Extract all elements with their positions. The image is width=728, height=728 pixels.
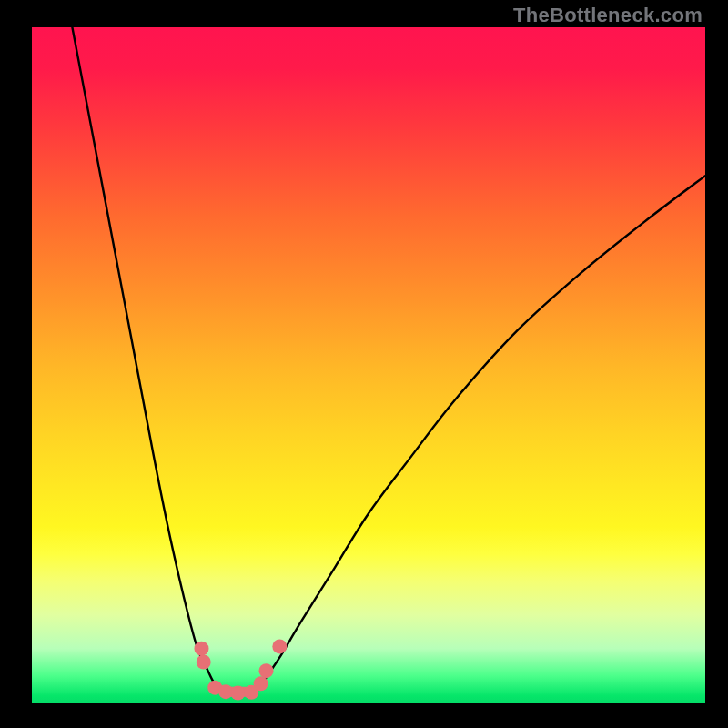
left-branch-curve (72, 27, 227, 693)
data-dot (272, 639, 287, 653)
watermark-text: TheBottleneck.com (513, 4, 703, 27)
plot-area (32, 27, 705, 703)
data-dot (194, 642, 208, 656)
right-branch-curve (254, 176, 705, 693)
curves-svg (32, 27, 705, 703)
chart-frame: TheBottleneck.com (0, 0, 728, 728)
data-dot (259, 663, 274, 678)
data-dot (230, 686, 245, 701)
data-dot (254, 676, 268, 691)
data-dot (197, 654, 211, 669)
